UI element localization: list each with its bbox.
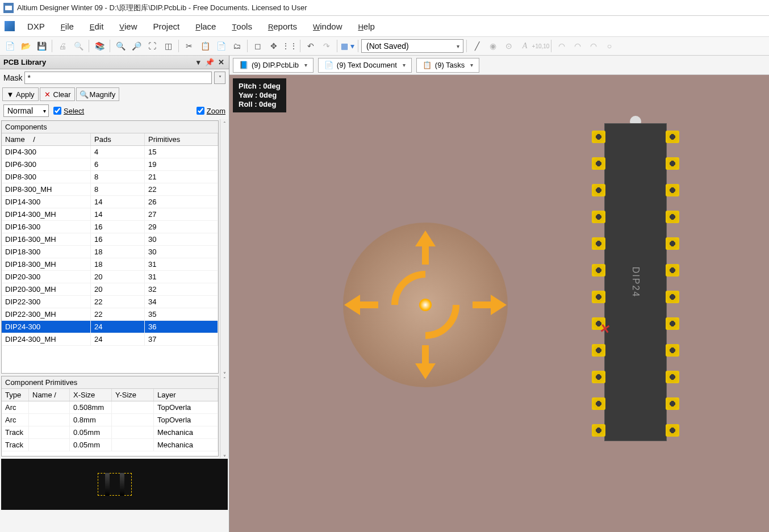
menu-help[interactable]: Help — [350, 18, 382, 35]
component-row[interactable]: DIP14-300_MH1427 — [2, 208, 218, 221]
components-icon[interactable]: 🗂 — [229, 39, 244, 53]
components-header[interactable]: Name / Pads Primitives — [2, 133, 218, 146]
primitive-row[interactable]: Track0.05mmMechanica — [2, 439, 218, 451]
line-icon[interactable]: ╱ — [470, 39, 484, 53]
component-row[interactable]: DIP20-3002031 — [2, 271, 218, 283]
tab-text-doc[interactable]: 📄(9) Text Document▾ — [318, 58, 412, 73]
apply-button[interactable]: ▼Apply — [2, 87, 39, 101]
mask-dropdown[interactable]: ˅ — [214, 72, 225, 84]
svg-rect-1 — [5, 6, 12, 10]
scroll-down-icon[interactable]: ˬ — [220, 447, 229, 458]
menu-reports[interactable]: Reports — [260, 18, 305, 35]
string-icon[interactable]: A — [517, 39, 532, 53]
menu-project[interactable]: Project — [145, 18, 188, 35]
component-row[interactable]: DIP20-300_MH2032 — [2, 283, 218, 296]
pad-icon[interactable]: ◉ — [486, 39, 500, 53]
zoom-checkbox[interactable]: Zoom — [197, 107, 225, 115]
new-file-icon[interactable]: 📄 — [2, 39, 17, 53]
pin-icon — [592, 211, 605, 223]
clear-button[interactable]: ✕Clear — [40, 87, 75, 101]
mask-input[interactable] — [24, 72, 212, 84]
pcb-canvas[interactable]: Pitch : 0deg Yaw : 0deg Roll : 0deg DIP2… — [229, 75, 769, 532]
component-row[interactable]: DIP8-300821 — [2, 171, 218, 183]
panel-close-icon[interactable]: ✕ — [216, 58, 225, 67]
workspace-combo[interactable]: (Not Saved) — [361, 39, 463, 53]
print-icon[interactable]: 🖨 — [55, 39, 70, 53]
primitive-row[interactable]: Arc0.508mmTopOverla — [2, 401, 218, 414]
copy-icon[interactable]: 📋 — [198, 39, 212, 53]
components-scrollbar[interactable]: ˆ ˬ — [220, 119, 229, 375]
primitives-scrollbar[interactable]: ˆ ˬ — [220, 375, 229, 458]
compass-center-icon[interactable] — [419, 299, 432, 311]
magnify-button[interactable]: 🔍Magnify — [76, 87, 120, 101]
coord-icon[interactable]: +10,10 — [533, 39, 548, 53]
select-checkbox[interactable]: Select — [53, 107, 84, 115]
component-row[interactable]: DIP6-300619 — [2, 158, 218, 171]
zoom-out-icon[interactable]: 🔎 — [129, 39, 144, 53]
component-row[interactable]: DIP18-300_MH1831 — [2, 258, 218, 271]
tasks-icon: 📋 — [423, 61, 432, 69]
arc-center-icon[interactable]: ◠ — [554, 39, 569, 53]
paste-icon[interactable]: 📄 — [214, 39, 228, 53]
component-row[interactable]: DIP22-300_MH2235 — [2, 308, 218, 321]
redo-icon[interactable]: ↷ — [319, 39, 334, 53]
zoom-fit-icon[interactable]: ⛶ — [145, 39, 160, 53]
arc-any-icon[interactable]: ◠ — [586, 39, 601, 53]
pin-icon — [666, 264, 679, 277]
menu-dxp[interactable]: DXP — [19, 18, 53, 35]
grid-icon[interactable]: ▦ ▾ — [340, 39, 355, 53]
arc-edge-icon[interactable]: ◠ — [570, 39, 585, 53]
component-row[interactable]: DIP24-3002436 — [2, 321, 218, 333]
menu-file[interactable]: File — [53, 18, 82, 35]
arrow-down-icon[interactable] — [415, 345, 436, 379]
arrow-up-icon[interactable] — [415, 231, 436, 265]
panel-menu-icon[interactable]: ▾ — [194, 58, 203, 67]
zoom-select-icon[interactable]: ◫ — [161, 39, 175, 53]
zoom-in-icon[interactable]: 🔍 — [113, 39, 128, 53]
menu-view[interactable]: View — [111, 18, 145, 35]
component-row[interactable]: DIP16-300_MH1630 — [2, 233, 218, 246]
component-row[interactable]: DIP14-3001426 — [2, 196, 218, 208]
preview-icon[interactable]: 🔍 — [71, 39, 86, 53]
open-file-icon[interactable]: 📂 — [18, 39, 33, 53]
menu-window[interactable]: Window — [305, 18, 350, 35]
move-icon[interactable]: ✥ — [266, 39, 281, 53]
scroll-down-icon[interactable]: ˬ — [220, 365, 229, 375]
menu-edit[interactable]: Edit — [82, 18, 112, 35]
circle-icon[interactable]: ○ — [602, 39, 617, 53]
component-row[interactable]: DIP18-3001830 — [2, 246, 218, 258]
arrow-right-icon[interactable] — [473, 295, 507, 315]
pin-icon — [666, 317, 679, 330]
3d-nav-compass[interactable] — [343, 223, 508, 387]
layers-icon[interactable]: 📚 — [92, 39, 107, 53]
primitives-header[interactable]: Type Name / X-Size Y-Size Layer — [2, 389, 218, 401]
select-rect-icon[interactable]: ◻ — [250, 39, 265, 53]
arrow-left-icon[interactable] — [344, 295, 378, 315]
primitives-grid: Component Primitives Type Name / X-Size … — [1, 376, 219, 456]
component-row[interactable]: DIP24-300_MH2437 — [2, 333, 218, 346]
deselect-icon[interactable]: ⋮⋮ — [282, 39, 297, 53]
scroll-up-icon[interactable]: ˆ — [220, 375, 229, 385]
primitive-row[interactable]: Track0.05mmMechanica — [2, 426, 218, 439]
cut-icon[interactable]: ✂ — [182, 39, 197, 53]
primitive-row[interactable]: Arc0.8mmTopOverla — [2, 414, 218, 426]
clear-icon: ✕ — [44, 90, 52, 98]
undo-icon[interactable]: ↶ — [303, 39, 318, 53]
pcb-library-panel: PCB Library ▾ 📌 ✕ Mask ˅ ▼Apply ✕Clear 🔍… — [0, 56, 229, 532]
mode-combo[interactable]: Normal — [3, 104, 49, 117]
footprint-preview[interactable] — [1, 459, 228, 510]
via-icon[interactable]: ⊙ — [501, 39, 516, 53]
pin-icon — [592, 424, 605, 437]
tab-tasks[interactable]: 📋(9) Tasks▾ — [416, 58, 480, 73]
component-row[interactable]: DIP4-300415 — [2, 146, 218, 158]
component-row[interactable]: DIP8-300_MH822 — [2, 183, 218, 196]
component-row[interactable]: DIP22-3002234 — [2, 296, 218, 308]
panel-pin-icon[interactable]: 📌 — [205, 58, 214, 67]
tab-pcblib[interactable]: 📘(9) DIP.PcbLib▾ — [233, 58, 314, 73]
component-row[interactable]: DIP16-3001629 — [2, 221, 218, 233]
pin-icon — [592, 397, 605, 410]
menu-place[interactable]: Place — [187, 18, 224, 35]
scroll-up-icon[interactable]: ˆ — [220, 119, 229, 129]
save-icon[interactable]: 💾 — [34, 39, 49, 53]
menu-tools[interactable]: Tools — [224, 18, 260, 35]
